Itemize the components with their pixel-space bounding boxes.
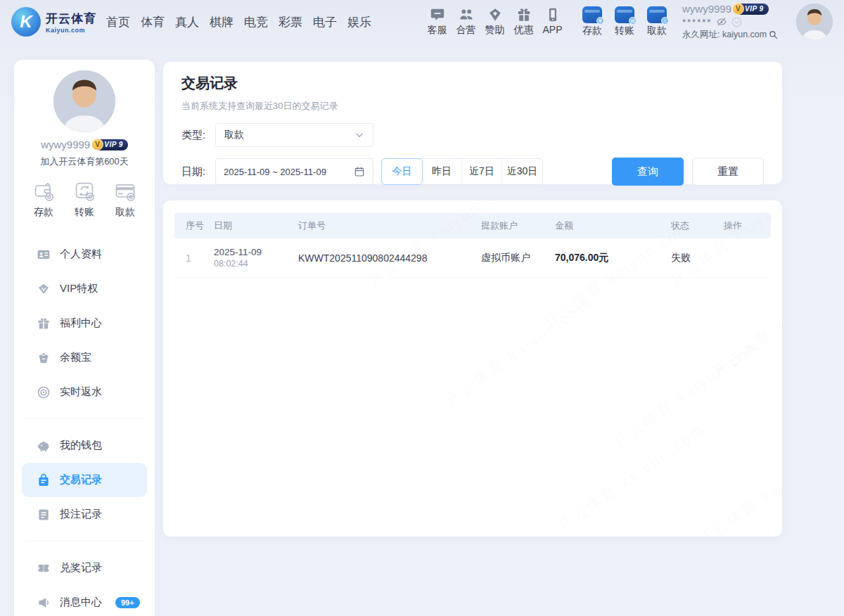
nav-item-slots[interactable]: 电子 bbox=[313, 14, 337, 30]
query-button[interactable]: 查询 bbox=[612, 158, 684, 186]
shortcut-today[interactable]: 今日 bbox=[381, 158, 423, 185]
sidebar-withdraw-button[interactable]: 取款 bbox=[114, 180, 136, 219]
col-no: 序号 bbox=[174, 219, 214, 232]
row-status: 失败 bbox=[671, 252, 724, 264]
join-days-text: 加入开云体育第600天 bbox=[14, 155, 155, 168]
id-card-icon bbox=[37, 248, 51, 262]
calendar-icon bbox=[354, 166, 365, 177]
row-no: 1 bbox=[174, 252, 214, 264]
shortcut-yesterday[interactable]: 昨日 bbox=[422, 159, 462, 184]
type-label: 类型: bbox=[181, 129, 215, 142]
date-range-input[interactable]: 2025-11-09 ~ 2025-11-09 bbox=[215, 158, 373, 185]
sidebar-menu: 个人资料 VIP特权 福利中心 余额宝 实时返水 我的钱包 bbox=[14, 237, 155, 616]
chat-icon bbox=[430, 7, 445, 23]
row-order-number: KWWT202511090802444298 bbox=[298, 252, 481, 264]
message-count-badge: 99+ bbox=[115, 597, 140, 608]
table-header-row: 序号 日期 订单号 提款账户 金额 状态 操作 bbox=[174, 213, 771, 238]
balance-mask: ****** bbox=[682, 17, 712, 27]
piggy-bank-icon bbox=[37, 439, 51, 453]
profile-username: wywy9999 bbox=[41, 139, 90, 150]
type-select[interactable]: 取款 bbox=[215, 123, 373, 147]
eye-off-icon[interactable] bbox=[716, 16, 727, 27]
row-account: 虚拟币账户 bbox=[481, 252, 555, 264]
col-amount: 金额 bbox=[555, 219, 671, 232]
rebate-target-icon bbox=[37, 385, 51, 399]
bet-doc-icon bbox=[37, 508, 51, 522]
brand-name-en: Kaiyun.com bbox=[46, 27, 96, 34]
sidebar-item-welfare[interactable]: 福利中心 bbox=[14, 306, 155, 340]
chevron-down-icon bbox=[354, 130, 364, 140]
profile-vip-badge: V VIP 9 bbox=[94, 139, 128, 150]
vip-shield-icon: V bbox=[91, 139, 103, 150]
sidebar-item-messages[interactable]: 消息中心 99+ bbox=[14, 585, 155, 616]
brand-logo[interactable]: K 开云体育 Kaiyun.com bbox=[11, 7, 96, 37]
deposit-card-icon: ¥ bbox=[582, 6, 602, 23]
col-order: 订单号 bbox=[298, 219, 481, 232]
vip-badge: V VIP 9 bbox=[735, 4, 769, 15]
gift-icon bbox=[516, 7, 532, 23]
sidebar-item-vip[interactable]: VIP特权 bbox=[14, 271, 155, 306]
top-bar: K 开云体育 Kaiyun.com 首页 体育 真人 棋牌 电竞 彩票 电子 娱… bbox=[0, 0, 844, 44]
sidebar: wywy9999 V VIP 9 加入开云体育第600天 存款 转账 取款 bbox=[14, 60, 155, 616]
sponsor-icon bbox=[487, 7, 503, 23]
service-sponsor[interactable]: 赞助 bbox=[480, 7, 509, 37]
sidebar-item-prizes[interactable]: 兑奖记录 bbox=[14, 551, 155, 585]
filters-card: 交易记录 当前系统支持查询最近30日的交易记录 类型: 取款 日期: 2025-… bbox=[163, 62, 782, 184]
sidebar-item-bets[interactable]: 投注记录 bbox=[14, 497, 155, 532]
nav-item-live[interactable]: 真人 bbox=[175, 14, 199, 30]
sidebar-transfer-button[interactable]: 转账 bbox=[73, 180, 96, 219]
sidebar-quick-actions: 存款 转账 取款 bbox=[14, 180, 155, 219]
page: K 开云体育 Kaiyun.com 首页 体育 真人 棋牌 电竞 彩票 电子 娱… bbox=[0, 0, 844, 616]
welfare-gift-icon bbox=[37, 316, 51, 331]
table-row: 1 2025-11-09 08:02:44 KWWT20251109080244… bbox=[174, 238, 771, 278]
menu-divider bbox=[25, 418, 143, 419]
sidebar-item-wallet[interactable]: 我的钱包 bbox=[14, 428, 155, 463]
username: wywy9999 bbox=[682, 3, 731, 15]
sidebar-item-yuebao[interactable]: 余额宝 bbox=[14, 340, 155, 375]
withdraw-card-icon: ↑ bbox=[647, 6, 667, 23]
service-app[interactable]: APP bbox=[538, 7, 567, 37]
nav-item-sports[interactable]: 体育 bbox=[141, 14, 165, 30]
reset-button[interactable]: 重置 bbox=[692, 158, 764, 186]
menu-divider bbox=[25, 541, 143, 541]
piggy-pot-icon bbox=[37, 351, 51, 365]
type-select-value: 取款 bbox=[224, 129, 244, 141]
col-operation: 操作 bbox=[724, 219, 771, 232]
nav-item-chess[interactable]: 棋牌 bbox=[210, 14, 234, 30]
shortcut-30days[interactable]: 近30日 bbox=[502, 159, 542, 184]
sidebar-item-profile[interactable]: 个人资料 bbox=[14, 237, 155, 271]
date-shortcuts: 今日 昨日 近7日 近30日 bbox=[381, 158, 543, 185]
transfer-card-icon: ⇄ bbox=[615, 6, 634, 23]
nav-item-esports[interactable]: 电竞 bbox=[244, 14, 268, 30]
chevron-circle-icon[interactable] bbox=[731, 17, 742, 27]
wallet-actions: ¥ 存款 ⇄ 转账 ↑ 取款 bbox=[578, 6, 671, 37]
avatar-photo-icon bbox=[53, 70, 115, 132]
service-support[interactable]: 客服 bbox=[423, 7, 452, 37]
sidebar-item-transactions[interactable]: 交易记录 bbox=[22, 463, 147, 497]
header-transfer-button[interactable]: ⇄ 转账 bbox=[610, 6, 639, 37]
service-icons: 客服 合营 赞助 优惠 APP bbox=[423, 7, 567, 37]
service-promo[interactable]: 优惠 bbox=[509, 7, 538, 37]
service-partners[interactable]: 合营 bbox=[452, 7, 480, 37]
megaphone-icon bbox=[37, 596, 51, 610]
exchange-outline-icon bbox=[73, 180, 96, 203]
permanent-site-label: 永久网址: kaiyun.com bbox=[682, 29, 767, 41]
nav-item-lottery[interactable]: 彩票 bbox=[279, 14, 302, 30]
sidebar-item-rebate[interactable]: 实时返水 bbox=[14, 375, 155, 409]
page-subtitle: 当前系统支持查询最近30日的交易记录 bbox=[181, 100, 764, 113]
avatar-photo-icon bbox=[796, 4, 833, 40]
sidebar-deposit-button[interactable]: 存款 bbox=[32, 180, 55, 219]
phone-icon bbox=[545, 7, 561, 23]
nav-item-home[interactable]: 首页 bbox=[106, 14, 130, 30]
shortcut-7days[interactable]: 近7日 bbox=[462, 159, 502, 184]
avatar[interactable] bbox=[796, 4, 833, 40]
partners-icon bbox=[459, 7, 474, 23]
kaiyun-logo-icon: K bbox=[11, 7, 41, 37]
nav-item-entertainment[interactable]: 娱乐 bbox=[347, 14, 371, 30]
col-status: 状态 bbox=[671, 219, 724, 232]
header-withdraw-button[interactable]: ↑ 取款 bbox=[643, 6, 671, 37]
profile-avatar[interactable] bbox=[53, 70, 115, 132]
date-filter-row: 日期: 2025-11-09 ~ 2025-11-09 今日 昨日 近7日 近3… bbox=[181, 158, 764, 186]
search-icon[interactable] bbox=[769, 30, 778, 39]
header-deposit-button[interactable]: ¥ 存款 bbox=[578, 6, 606, 37]
